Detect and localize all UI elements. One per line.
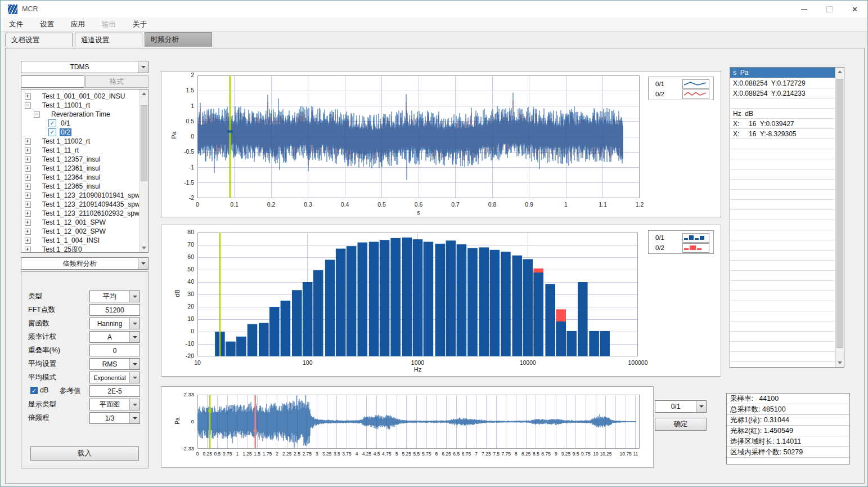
chevron-down-icon[interactable] <box>129 332 140 342</box>
expand-plus-icon[interactable] <box>25 138 31 145</box>
confirm-button[interactable]: 确定 <box>655 418 707 431</box>
param-input-7[interactable]: 2E-5 <box>89 385 140 397</box>
tree-item-label[interactable]: Test 1_001_001_002_INSU <box>41 92 126 100</box>
param-select-8[interactable]: 平面图 <box>89 399 140 410</box>
checkbox[interactable]: ✓ <box>48 119 56 127</box>
readout-row[interactable] <box>730 159 835 169</box>
tree-item-label[interactable]: Test 1_123_211026102932_spw <box>41 209 139 217</box>
readout-row[interactable]: Hz dB <box>730 109 835 119</box>
close-button[interactable]: ✕ <box>842 1 867 17</box>
chevron-down-icon[interactable] <box>138 61 148 73</box>
tree-item[interactable]: Test 1_12364_insul <box>25 173 139 182</box>
param-select-0[interactable]: 平均 <box>89 291 140 302</box>
tree-scrollbar[interactable] <box>140 90 148 252</box>
db-checkbox[interactable]: ✓ <box>30 387 38 394</box>
tree-item-label[interactable]: Test 1_123_210914094435_spw <box>41 200 139 208</box>
param-select-3[interactable]: A <box>89 331 140 343</box>
expand-plus-icon[interactable] <box>25 202 31 208</box>
readout-row[interactable] <box>730 342 835 352</box>
param-select-9[interactable]: 1/3 <box>89 412 140 424</box>
readout-row[interactable] <box>730 291 835 301</box>
readout-row[interactable] <box>730 362 835 367</box>
expand-plus-icon[interactable] <box>25 184 31 190</box>
full-time-plot[interactable] <box>197 395 640 449</box>
chevron-down-icon[interactable] <box>129 413 140 423</box>
readout-row[interactable] <box>730 332 835 342</box>
readout-row[interactable] <box>730 169 835 180</box>
param-select-5[interactable]: RMS <box>89 358 140 370</box>
tree-item[interactable]: Test 1_11_rt <box>25 146 139 155</box>
menu-item-4[interactable]: 关于 <box>124 20 155 29</box>
readout-row[interactable] <box>730 281 835 291</box>
analysis-type-select[interactable]: 倍频程分析 <box>21 257 149 270</box>
tree-item[interactable]: Test 1_12_001_SPW <box>25 218 139 227</box>
readout-row[interactable] <box>730 180 835 190</box>
maximize-button[interactable] <box>817 1 842 17</box>
tab-1[interactable]: 通道设置 <box>75 33 142 47</box>
tree-item-label[interactable]: Reverberation Time <box>50 110 111 118</box>
readout-row[interactable] <box>730 240 835 251</box>
tree-item[interactable]: ✓0/2 <box>48 128 139 137</box>
menu-item-3[interactable]: 输出 <box>93 20 124 29</box>
tree-item[interactable]: ✓0/1 <box>48 119 139 128</box>
readout-scrollbar[interactable] <box>835 68 844 367</box>
checkbox[interactable]: ✓ <box>48 128 56 136</box>
readout-row[interactable] <box>730 210 835 220</box>
readout-row[interactable] <box>730 230 835 240</box>
collapse-minus-icon[interactable] <box>25 102 31 109</box>
tree-item-label[interactable]: Test 1_12357_insul <box>41 155 101 163</box>
tree-item-label[interactable]: Test 1_12365_insul <box>41 182 101 190</box>
tree-item-label[interactable]: Test 1_12_002_SPW <box>41 227 107 235</box>
expand-plus-icon[interactable] <box>25 238 31 244</box>
param-select-2[interactable]: Hanning <box>89 318 140 329</box>
readout-row[interactable] <box>730 139 835 149</box>
param-select-6[interactable]: Exponential <box>89 372 140 383</box>
expand-plus-icon[interactable] <box>25 148 31 154</box>
tree-item[interactable]: Test 1_12357_insul <box>25 155 139 164</box>
expand-plus-icon[interactable] <box>25 211 31 217</box>
readout-row[interactable] <box>730 200 835 210</box>
chevron-down-icon[interactable] <box>129 359 140 369</box>
readout-row[interactable] <box>730 301 835 311</box>
readout-row[interactable] <box>730 311 835 321</box>
menu-item-1[interactable]: 设置 <box>32 20 62 29</box>
chevron-down-icon[interactable] <box>129 318 140 329</box>
filter-input[interactable] <box>21 75 84 88</box>
tree-item[interactable]: Test 1_1_004_INSI <box>25 236 139 245</box>
collapse-minus-icon[interactable] <box>34 111 40 118</box>
file-format-select[interactable]: TDMS <box>21 61 149 73</box>
tab-0[interactable]: 文档设置 <box>5 33 73 47</box>
readout-row[interactable] <box>730 261 835 271</box>
tree-item-label[interactable]: Test 1_25度0 <box>41 245 83 253</box>
expand-plus-icon[interactable] <box>25 247 31 253</box>
tree-item[interactable]: Test 1_12_002_SPW <box>25 227 139 236</box>
tree-item[interactable]: Test 1_123_211026102932_spw <box>25 209 139 218</box>
expand-plus-icon[interactable] <box>25 93 31 100</box>
expand-plus-icon[interactable] <box>25 220 31 226</box>
tree-item-label[interactable]: Test 1_12364_insul <box>41 173 101 181</box>
tree-item[interactable]: Test 1_12361_insul <box>25 164 139 173</box>
tree-item[interactable]: Reverberation Time <box>34 110 139 119</box>
tree-item[interactable]: Test 1_001_001_002_INSU <box>25 92 139 101</box>
readout-row[interactable] <box>730 190 835 200</box>
tree-item[interactable]: Test 1_25度0 <box>25 245 139 252</box>
channel-select[interactable]: 0/1 <box>655 400 707 413</box>
param-input-1[interactable]: 51200 <box>89 304 140 316</box>
tree-item-label[interactable]: Test 1_12361_insul <box>41 164 101 172</box>
tree-item-label[interactable]: Test 1_1_004_INSI <box>41 236 101 244</box>
menu-item-0[interactable]: 文件 <box>1 20 32 29</box>
tree-item[interactable]: Test 1_11002_rt <box>25 137 139 146</box>
scroll-down-icon[interactable] <box>836 359 844 367</box>
readout-row[interactable]: X: 16 Y:-8.329305 <box>730 129 835 139</box>
readout-row[interactable] <box>730 352 835 362</box>
readout-row[interactable]: X: 16 Y:0.039427 <box>730 119 835 129</box>
chevron-down-icon[interactable] <box>138 258 148 269</box>
readout-row[interactable] <box>730 149 835 159</box>
readout-row[interactable] <box>730 251 835 261</box>
readout-row[interactable]: X:0.088254 Y:0.172729 <box>730 78 835 88</box>
tree-item[interactable]: Test 1_12365_insul <box>25 182 139 191</box>
format-button[interactable]: 格式 <box>85 75 149 88</box>
tab-2[interactable]: 时频分析 <box>145 32 212 47</box>
tree-item[interactable]: Test 1_123_210914094435_spw <box>25 200 139 209</box>
spectrum-plot[interactable] <box>197 233 638 356</box>
